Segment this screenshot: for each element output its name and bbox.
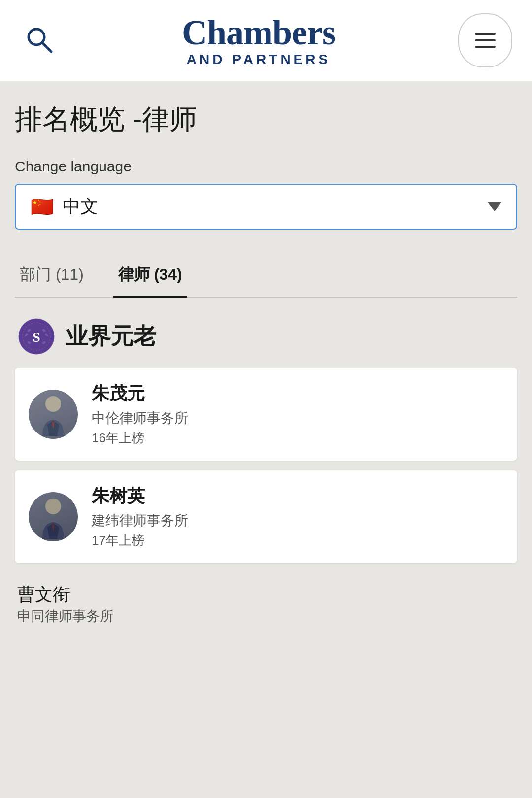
search-icon (25, 25, 54, 55)
logo-chambers: Chambers (182, 13, 335, 52)
avatar-zhu-maoyuan (29, 390, 78, 439)
partial-lawyer-name: 曹文衔 (17, 583, 515, 607)
lawyer-name: 朱茂元 (92, 382, 503, 406)
menu-button[interactable] (458, 13, 512, 67)
language-flag: 🇨🇳 (31, 196, 54, 218)
tab-departments[interactable]: 部门 (11) (15, 254, 89, 298)
svg-text:S: S (33, 330, 40, 345)
lawyer-info-zhu-shuying: 朱树英 建纬律师事务所 17年上榜 (92, 484, 503, 549)
section-title-senior-statesman: 业界元老 (66, 321, 156, 352)
partial-lawyer-section: 曹文衔 申同律师事务所 (15, 573, 517, 626)
lawyer-card-zhu-shuying[interactable]: 朱树英 建纬律师事务所 17年上榜 (15, 470, 517, 563)
page-title: 排名概览 -律师 (15, 101, 517, 138)
language-label: Change language (15, 158, 517, 175)
avatar-zhu-shuying (29, 492, 78, 541)
badge-ring-icon: S (17, 317, 56, 356)
svg-point-5 (45, 396, 61, 412)
lawyer-years: 17年上榜 (92, 532, 503, 549)
language-select[interactable]: 🇨🇳 中文 (15, 184, 517, 230)
avatar-silhouette-2 (33, 495, 73, 539)
logo: Chambers AND PARTNERS (182, 13, 335, 67)
tabs-container: 部门 (11) 律师 (34) (15, 254, 517, 298)
avatar-silhouette (33, 392, 73, 436)
page-content: 排名概览 -律师 Change language 🇨🇳 中文 部门 (11) 律… (0, 81, 532, 626)
lawyer-years: 16年上榜 (92, 430, 503, 447)
lawyer-firm: 建纬律师事务所 (92, 511, 503, 530)
lawyer-card-zhu-maoyuan[interactable]: 朱茂元 中伦律师事务所 16年上榜 (15, 368, 517, 461)
tab-lawyers[interactable]: 律师 (34) (113, 254, 187, 298)
partial-lawyer-firm: 申同律师事务所 (17, 607, 515, 626)
lawyer-name: 朱树英 (92, 484, 503, 508)
header: Chambers AND PARTNERS (0, 0, 532, 81)
svg-line-1 (42, 43, 51, 52)
chevron-down-icon (488, 202, 501, 211)
section-header-senior-statesman: S 业界元老 (15, 317, 517, 356)
svg-point-6 (45, 499, 61, 514)
lawyer-firm: 中伦律师事务所 (92, 409, 503, 428)
lawyer-info-zhu-maoyuan: 朱茂元 中伦律师事务所 16年上榜 (92, 382, 503, 447)
senior-statesman-badge: S (17, 317, 56, 356)
logo-and-partners: AND PARTNERS (182, 52, 335, 67)
search-button[interactable] (20, 20, 59, 61)
hamburger-icon (475, 33, 496, 48)
language-value: 中文 (63, 195, 488, 219)
